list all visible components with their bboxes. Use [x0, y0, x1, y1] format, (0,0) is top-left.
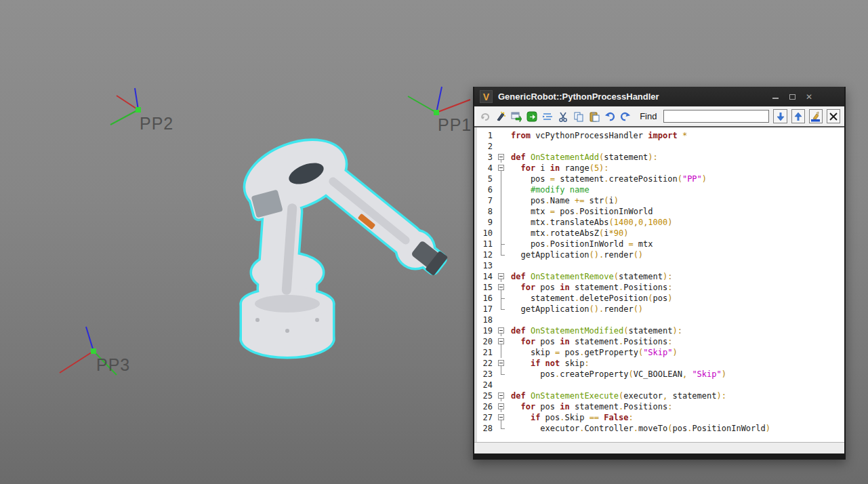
- code-line[interactable]: 5 pos = statement.createPosition("PP"): [477, 174, 844, 184]
- code-text: def OnStatementAdd(statement):: [506, 152, 658, 163]
- fold-margin: [496, 315, 506, 325]
- code-line[interactable]: 23 pos.createProperty(VC_BOOLEAN, "Skip"…: [477, 369, 844, 380]
- code-line[interactable]: 22 if not skip:: [477, 358, 844, 369]
- line-number: 17: [477, 304, 496, 315]
- line-number: 12: [477, 249, 496, 260]
- line-number: 28: [477, 423, 496, 434]
- fold-toggle-icon[interactable]: [496, 163, 506, 174]
- redo-icon[interactable]: [619, 109, 632, 124]
- code-editor[interactable]: 1from vcPythonProcessHandler import *23d…: [474, 127, 844, 442]
- fold-margin: [496, 141, 506, 152]
- code-line[interactable]: 9 mtx.translateAbs(1400,0,1000): [477, 217, 844, 228]
- code-line[interactable]: 1from vcPythonProcessHandler import *: [477, 130, 844, 141]
- code-line[interactable]: 18: [477, 315, 844, 325]
- fold-margin: [496, 304, 506, 315]
- code-line[interactable]: 7 pos.Name += str(i): [477, 195, 844, 206]
- code-text: def OnStatementExecute(executor, stateme…: [506, 390, 726, 401]
- run-icon[interactable]: [525, 109, 538, 124]
- cut-icon[interactable]: [556, 109, 569, 124]
- line-number: 7: [477, 195, 496, 206]
- trace-icon[interactable]: [510, 109, 522, 124]
- python-editor-window: V GenericRobot::PythonProcessHandler ✕: [473, 87, 846, 460]
- code-line[interactable]: 14def OnStatementRemove(statement):: [477, 271, 844, 282]
- clear-find-button[interactable]: [827, 109, 840, 123]
- line-number: 22: [477, 358, 496, 369]
- find-previous-button[interactable]: [791, 109, 805, 123]
- code-text: pos.Name += str(i): [506, 195, 619, 206]
- line-number: 21: [477, 347, 496, 358]
- window-title-bar[interactable]: V GenericRobot::PythonProcessHandler ✕: [474, 87, 844, 106]
- check-script-icon[interactable]: [494, 109, 507, 124]
- code-text: mtx.rotateAbsZ(i*90): [506, 228, 628, 239]
- copy-icon[interactable]: [572, 109, 585, 124]
- fold-toggle-icon[interactable]: [496, 282, 506, 293]
- fold-margin: [496, 228, 506, 239]
- code-text: skip = pos.getProperty("Skip"): [506, 347, 678, 358]
- fold-toggle-icon[interactable]: [496, 412, 506, 423]
- code-line[interactable]: 12 getApplication().render(): [477, 249, 844, 260]
- line-number: 6: [477, 184, 496, 195]
- fold-toggle-icon[interactable]: [496, 325, 506, 336]
- find-next-button[interactable]: [773, 109, 787, 123]
- pp2-frame-axes[interactable]: [110, 88, 141, 125]
- line-number: 4: [477, 163, 496, 174]
- code-line[interactable]: 21 skip = pos.getProperty("Skip"): [477, 347, 844, 358]
- code-line[interactable]: 27 if pos.Skip == False:: [477, 412, 844, 423]
- maximize-button[interactable]: [788, 92, 796, 102]
- code-line[interactable]: 17 getApplication().render(): [477, 304, 844, 315]
- fold-toggle-icon[interactable]: [496, 401, 506, 412]
- undo-icon[interactable]: [603, 109, 616, 124]
- revert-icon[interactable]: [478, 109, 491, 124]
- code-line[interactable]: 28 executor.Controller.moveTo(pos.Positi…: [477, 423, 844, 434]
- code-line[interactable]: 11 pos.PositionInWorld = mtx: [477, 239, 844, 249]
- robot-model[interactable]: [236, 127, 449, 357]
- code-line[interactable]: 16 statement.deletePosition(pos): [477, 293, 844, 304]
- fold-margin: [496, 217, 506, 228]
- line-number: 11: [477, 239, 496, 249]
- fold-toggle-icon[interactable]: [496, 152, 506, 163]
- fold-margin: [496, 239, 506, 249]
- fold-margin: [496, 130, 506, 141]
- fold-toggle-icon[interactable]: [496, 358, 506, 369]
- close-button[interactable]: ✕: [805, 92, 813, 102]
- indent-icon[interactable]: [541, 109, 554, 124]
- minimize-button[interactable]: [771, 92, 779, 102]
- code-line[interactable]: 2: [477, 141, 844, 152]
- robot-base-bolt: [315, 318, 319, 322]
- code-line[interactable]: 3def OnStatementAdd(statement):: [477, 152, 844, 163]
- code-text: for pos in statement.Positions:: [506, 336, 672, 347]
- code-text: #modify name: [506, 184, 590, 195]
- code-line[interactable]: 4 for i in range(5):: [477, 163, 844, 174]
- code-line[interactable]: 25def OnStatementExecute(executor, state…: [477, 390, 844, 401]
- code-text: [506, 315, 511, 325]
- code-line[interactable]: 26 for pos in statement.Positions:: [477, 401, 844, 412]
- code-text: for pos in statement.Positions:: [506, 401, 672, 412]
- fold-toggle-icon[interactable]: [496, 336, 506, 347]
- highlight-all-button[interactable]: [809, 109, 823, 123]
- code-line[interactable]: 6 #modify name: [477, 184, 844, 195]
- fold-margin: [496, 260, 506, 271]
- paste-icon[interactable]: [587, 109, 600, 124]
- line-number: 19: [477, 325, 496, 336]
- code-text: from vcPythonProcessHandler import *: [506, 130, 687, 141]
- fold-toggle-icon[interactable]: [496, 271, 506, 282]
- pp1-frame-axes[interactable]: [408, 87, 470, 115]
- pp3-frame-label: PP3: [96, 355, 130, 375]
- code-line[interactable]: 10 mtx.rotateAbsZ(i*90): [477, 228, 844, 239]
- fold-margin: [496, 174, 506, 184]
- line-number: 16: [477, 293, 496, 304]
- line-number: 2: [477, 141, 496, 152]
- code-line[interactable]: 8 mtx = pos.PositionInWorld: [477, 206, 844, 217]
- code-line[interactable]: 20 for pos in statement.Positions:: [477, 336, 844, 347]
- fold-margin: [496, 347, 506, 358]
- fold-toggle-icon[interactable]: [496, 390, 506, 401]
- find-input[interactable]: [663, 110, 769, 123]
- fold-margin: [496, 184, 506, 195]
- code-text: [506, 141, 511, 152]
- code-line[interactable]: 15 for pos in statement.Positions:: [477, 282, 844, 293]
- line-number: 14: [477, 271, 496, 282]
- code-text: def OnStatementRemove(statement):: [506, 271, 672, 282]
- code-line[interactable]: 13: [477, 260, 844, 271]
- code-line[interactable]: 19def OnStatementModified(statement):: [477, 325, 844, 336]
- code-line[interactable]: 24: [477, 380, 844, 390]
